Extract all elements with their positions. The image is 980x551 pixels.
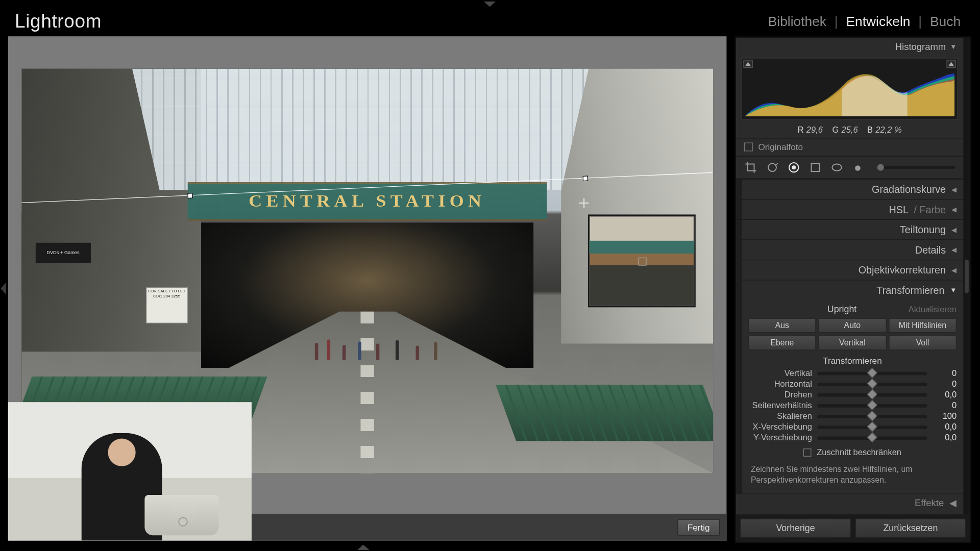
slider-track[interactable] bbox=[817, 415, 927, 418]
histogram-header[interactable]: Histogramm ▼ bbox=[736, 38, 963, 55]
panel-toggle-strip[interactable] bbox=[736, 281, 742, 494]
upright-voll-button[interactable]: Voll bbox=[889, 336, 957, 350]
chevron-down-icon: ▼ bbox=[950, 43, 957, 50]
highlight-clipping-toggle[interactable] bbox=[946, 60, 955, 68]
upright-vertikal-button[interactable]: Vertikal bbox=[818, 336, 887, 350]
histogram-graph bbox=[745, 69, 954, 116]
panel-tonecurve-header[interactable]: Gradationskurve◀ bbox=[741, 180, 963, 199]
app-logo: Lightroom bbox=[15, 11, 102, 32]
graduated-filter-icon[interactable] bbox=[808, 161, 822, 174]
histogram-title: Histogramm bbox=[895, 41, 946, 52]
guide-crosshair-icon[interactable] bbox=[579, 198, 589, 207]
slider-value: 0 bbox=[933, 401, 957, 410]
radial-filter-icon[interactable] bbox=[830, 161, 843, 174]
slider-y-verschiebung[interactable]: Y-Verschiebung 0,0 bbox=[748, 433, 957, 442]
rgb-b-value: 22,2 % bbox=[875, 125, 901, 134]
slider-x-verschiebung[interactable]: X-Verschiebung 0,0 bbox=[748, 422, 957, 432]
module-develop[interactable]: Entwickeln bbox=[842, 14, 915, 29]
develop-footer: Vorherige Zurücksetzen bbox=[736, 514, 970, 542]
slider-value: 0,0 bbox=[933, 433, 957, 442]
module-library[interactable]: Bibliothek bbox=[764, 14, 830, 29]
panel-toggle-strip[interactable] bbox=[736, 240, 742, 260]
right-panel-scrollbar[interactable] bbox=[963, 38, 970, 514]
slider-track[interactable] bbox=[817, 382, 927, 386]
slider-vertikal[interactable]: Vertikal 0 bbox=[748, 368, 957, 378]
slider-value: 0 bbox=[933, 368, 957, 378]
bottom-panel-collapse[interactable] bbox=[0, 543, 726, 551]
panel-detail-header[interactable]: Details◀ bbox=[741, 240, 963, 260]
upright-ebene-button[interactable]: Ebene bbox=[748, 336, 817, 350]
slider-knob[interactable] bbox=[867, 410, 877, 421]
develop-right-panel: Histogramm ▼ bbox=[734, 36, 971, 543]
slider-track[interactable] bbox=[817, 371, 927, 375]
constrain-crop-checkbox[interactable]: Zuschnitt beschränken bbox=[748, 448, 957, 457]
slider-track[interactable] bbox=[817, 425, 927, 429]
slider-knob[interactable] bbox=[867, 421, 877, 432]
histogram-display[interactable] bbox=[741, 58, 958, 119]
slider-knob[interactable] bbox=[867, 378, 877, 389]
upright-buttons: AusAutoMit Hilfslinien bbox=[748, 318, 957, 333]
constrain-crop-label: Zuschnitt beschränken bbox=[817, 448, 901, 457]
transform-hint-text: Zeichnen Sie mindestens zwei Hilfslinien… bbox=[751, 464, 954, 486]
panel-transform-header[interactable]: Transformieren ▼ bbox=[741, 281, 963, 300]
slider-knob[interactable] bbox=[867, 389, 877, 399]
slider-knob[interactable] bbox=[867, 367, 877, 378]
done-button[interactable]: Fertig bbox=[677, 519, 720, 536]
slider-knob[interactable] bbox=[867, 399, 877, 410]
guide-handle[interactable] bbox=[582, 176, 588, 181]
brush-size-slider[interactable] bbox=[877, 166, 955, 169]
slider-knob[interactable] bbox=[867, 432, 877, 442]
module-switcher: Bibliothek | Entwickeln | Buch bbox=[764, 14, 965, 29]
upright-aus-button[interactable]: Aus bbox=[748, 318, 817, 333]
top-panel-collapse[interactable] bbox=[0, 0, 979, 8]
guide-handle[interactable] bbox=[187, 193, 193, 198]
transform-sliders-title: Transformieren bbox=[748, 356, 957, 366]
spot-removal-icon[interactable] bbox=[766, 161, 779, 174]
slider-track[interactable] bbox=[817, 393, 927, 396]
slider-seitenverhältnis[interactable]: Seitenverhältnis 0 bbox=[748, 401, 957, 410]
upright-update-button[interactable]: Aktualisieren bbox=[909, 304, 957, 313]
slider-track[interactable] bbox=[817, 404, 927, 407]
slider-value: 0,0 bbox=[933, 390, 957, 399]
adjustment-brush-icon[interactable] bbox=[852, 161, 865, 174]
panel-split-toning-header[interactable]: Teiltonung◀ bbox=[741, 220, 963, 239]
panel-toggle-strip[interactable] bbox=[736, 220, 742, 239]
panel-toggle-strip[interactable] bbox=[736, 260, 742, 280]
slider-drehen[interactable]: Drehen 0,0 bbox=[748, 390, 957, 399]
upright-auto-button[interactable]: Auto bbox=[818, 318, 887, 333]
slider-value: 0,0 bbox=[933, 422, 957, 432]
panel-hsl-title: HSL bbox=[889, 204, 908, 215]
photo-decor bbox=[312, 332, 464, 360]
module-sep: | bbox=[830, 14, 842, 29]
slider-skalieren[interactable]: Skalieren 100 bbox=[748, 412, 957, 421]
module-book[interactable]: Buch bbox=[926, 14, 965, 29]
photo-forsale-sign: FOR SALE / TO LET 0141 204 3255 bbox=[146, 287, 187, 323]
checkbox-icon bbox=[803, 448, 812, 457]
panel-lens-corrections-header[interactable]: Objektivkorrekturen◀ bbox=[741, 260, 963, 280]
panel-toggle-strip[interactable] bbox=[736, 180, 742, 199]
slider-track[interactable] bbox=[817, 436, 927, 440]
slider-value: 100 bbox=[933, 412, 957, 421]
upright-mit-hilfslinien-button[interactable]: Mit Hilfslinien bbox=[889, 318, 957, 333]
panel-effects-header[interactable]: Effekte ◀ bbox=[736, 494, 963, 512]
redeye-icon[interactable] bbox=[787, 161, 800, 174]
slider-horizontal[interactable]: Horizontal 0 bbox=[748, 379, 957, 388]
panel-hsl-header[interactable]: HSL / Farbe◀ bbox=[741, 199, 963, 219]
loupe-overlay[interactable] bbox=[588, 214, 696, 307]
slider-label: Drehen bbox=[748, 390, 812, 399]
slider-label: X-Verschiebung bbox=[748, 422, 812, 432]
reset-button[interactable]: Zurücksetzen bbox=[855, 518, 966, 538]
left-panel-collapse[interactable] bbox=[0, 36, 7, 541]
panel-effects-title: Effekte bbox=[915, 498, 944, 509]
slider-label: Skalieren bbox=[748, 412, 812, 421]
shadow-clipping-toggle[interactable] bbox=[743, 60, 752, 68]
scrollbar-thumb[interactable] bbox=[965, 259, 969, 293]
panel-lens-title: Objektivkorrekturen bbox=[859, 264, 946, 276]
chevron-left-icon: ◀ bbox=[949, 498, 957, 509]
svg-point-8 bbox=[792, 165, 796, 169]
upright-buttons: EbeneVertikalVoll bbox=[748, 336, 957, 350]
panel-toggle-strip[interactable] bbox=[736, 199, 742, 219]
crop-icon[interactable] bbox=[744, 161, 757, 174]
original-photo-toggle[interactable]: Originalfoto bbox=[736, 139, 963, 156]
previous-button[interactable]: Vorherige bbox=[740, 518, 851, 538]
